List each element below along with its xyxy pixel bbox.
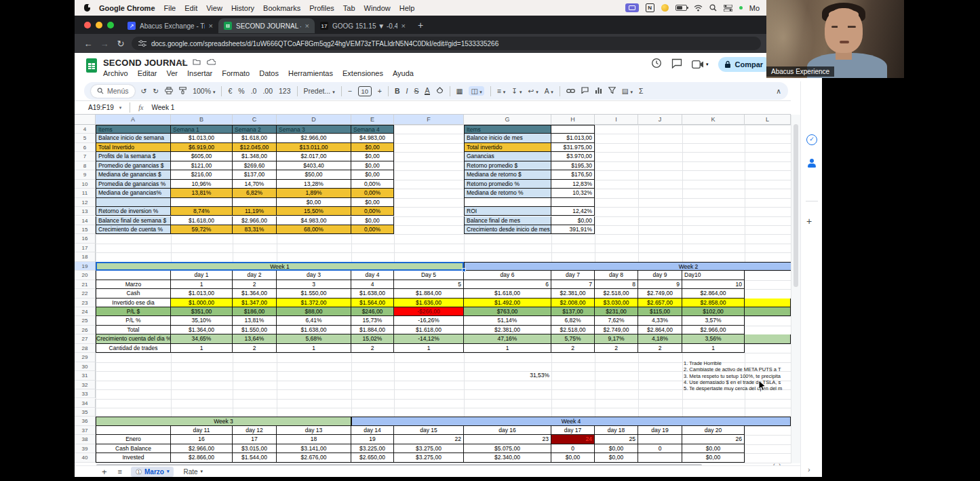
cell-B8[interactable]: $121,00 xyxy=(171,161,233,170)
tab-tradingview[interactable]: 17 GOOG 151.15 ▼ -0.41% Sin × xyxy=(315,18,411,33)
cell-A7[interactable]: Profits de la semana $ xyxy=(96,152,171,161)
cell-F22[interactable]: $1.884,00 xyxy=(394,289,464,298)
cell-A26[interactable]: Total xyxy=(96,326,171,334)
cell-J38[interactable] xyxy=(638,435,682,444)
cell-A22[interactable]: Cash xyxy=(96,289,171,298)
name-box-caret-icon[interactable]: ▾ xyxy=(119,105,122,111)
cell-B4[interactable]: Semana 1 xyxy=(171,125,233,134)
cell-H7[interactable]: $3.970,00 xyxy=(551,152,595,161)
status-dot-icon[interactable] xyxy=(661,4,669,12)
cell-D24[interactable]: $88,00 xyxy=(277,307,351,316)
cell-A20[interactable] xyxy=(96,271,171,280)
cell-G37[interactable]: day 16 xyxy=(464,426,551,435)
row-header-17[interactable]: 17 xyxy=(75,244,96,252)
cell-C40[interactable]: $1.544,00 xyxy=(233,453,277,462)
cell-J22[interactable]: $2.749,00 xyxy=(638,289,682,298)
zoom-select[interactable]: 100% ▾ xyxy=(193,87,215,95)
cell-D37[interactable]: day 13 xyxy=(277,426,351,435)
banner-week4[interactable]: Week 4 xyxy=(351,417,791,425)
cell-E22[interactable]: $1.638,00 xyxy=(351,289,394,298)
cell-D9[interactable]: $50,00 xyxy=(277,170,351,179)
column-header-C[interactable]: C xyxy=(233,115,277,125)
cell-A37[interactable] xyxy=(96,426,171,435)
cell-C4[interactable]: Semana 2 xyxy=(233,125,277,134)
row-header-5[interactable]: 5 xyxy=(75,134,96,142)
cell-H37[interactable]: day 17 xyxy=(551,426,595,435)
cell-B9[interactable]: $216,00 xyxy=(171,170,233,179)
cell-L24[interactable] xyxy=(745,307,791,316)
cell-A27[interactable]: Crecimiento cuenta del dia % xyxy=(96,334,171,343)
cell-I21[interactable]: 8 xyxy=(595,280,638,289)
cell-H22[interactable]: $2.381,00 xyxy=(551,289,595,298)
cell-I23[interactable]: $3.030,00 xyxy=(595,299,638,307)
cell-J25[interactable]: 4,33% xyxy=(638,316,682,325)
cell-G21[interactable]: 6 xyxy=(464,280,551,289)
cell-H39[interactable]: 0 xyxy=(551,444,595,453)
cell-E27[interactable]: 15,02% xyxy=(351,334,394,343)
column-header-B[interactable]: B xyxy=(171,115,233,125)
tasks-icon[interactable]: ✓ xyxy=(806,134,817,145)
row-header-32[interactable]: 32 xyxy=(75,381,96,389)
cell-C26[interactable]: $1.550,00 xyxy=(233,326,277,334)
menu-datos[interactable]: Datos xyxy=(259,69,279,77)
row-header-37[interactable]: 37 xyxy=(75,426,96,435)
spreadsheet-grid[interactable]: ABCDEFGHIJKL4567891011121314151617181920… xyxy=(75,115,791,463)
meet-camera-icon[interactable]: ▾ xyxy=(692,60,709,69)
menu-ver[interactable]: Ver xyxy=(166,69,178,77)
horizontal-align-icon[interactable]: ≡ ▾ xyxy=(497,87,506,95)
row-header-10[interactable]: 10 xyxy=(75,180,96,189)
cell-B37[interactable]: day 11 xyxy=(171,426,233,435)
cell-I25[interactable]: 7,62% xyxy=(595,316,638,325)
percent-format-icon[interactable]: % xyxy=(238,87,244,95)
cell-B15[interactable]: 59,72% xyxy=(171,225,233,234)
column-header-K[interactable]: K xyxy=(682,115,745,125)
cell-H24[interactable]: $137,00 xyxy=(551,307,595,316)
menubar-item-window[interactable]: Window xyxy=(364,4,391,12)
cell-B25[interactable]: 35,10% xyxy=(171,316,233,325)
cell-G27[interactable]: 47,16% xyxy=(464,334,551,343)
window-controls[interactable] xyxy=(75,22,122,28)
menu-editar[interactable]: Editar xyxy=(138,69,157,77)
address-bar[interactable]: docs.google.com/spreadsheets/d/1uW666QTC… xyxy=(132,37,761,50)
cell-G8[interactable]: Retorno promedio $ xyxy=(464,161,551,170)
cell-G4[interactable]: Items xyxy=(464,125,551,134)
cell-I40[interactable]: $0,00 xyxy=(595,453,638,462)
close-window-button[interactable] xyxy=(84,22,91,28)
cell-C9[interactable]: $137,00 xyxy=(233,170,277,179)
maximize-window-button[interactable] xyxy=(107,22,114,28)
banner-week3[interactable]: Week 3 xyxy=(96,417,351,425)
cell-C25[interactable]: 13,81% xyxy=(233,316,277,325)
cell-E4[interactable]: Semana 4 xyxy=(351,125,394,134)
cell-K27[interactable]: 3,56% xyxy=(682,334,745,343)
row-header-36[interactable]: 36 xyxy=(75,417,96,425)
cell-A24[interactable]: P/L $ xyxy=(96,307,171,316)
cell-K26[interactable]: $2.966,00 xyxy=(682,326,745,334)
column-header-D[interactable]: D xyxy=(277,115,351,125)
cell-C38[interactable]: 17 xyxy=(233,435,277,444)
cell-H20[interactable]: day 7 xyxy=(551,271,595,280)
menu-archivo[interactable]: Archivo xyxy=(103,69,128,77)
text-wrap-icon[interactable]: ↩ ▾ xyxy=(528,87,538,95)
row-header-33[interactable]: 33 xyxy=(75,389,96,398)
close-tab-icon[interactable]: × xyxy=(401,22,406,30)
font-size-input[interactable]: 10 xyxy=(358,86,372,96)
cell-L27[interactable] xyxy=(745,334,791,343)
cell-D5[interactable]: $2.966,00 xyxy=(277,134,351,142)
cell-G13[interactable]: ROI xyxy=(464,207,551,216)
cell-E37[interactable]: day 14 xyxy=(351,426,394,435)
row-header-9[interactable]: 9 xyxy=(75,170,96,179)
cell-H9[interactable]: $176,50 xyxy=(551,170,595,179)
cell-E38[interactable]: 19 xyxy=(351,435,394,444)
cell-K24[interactable]: $102,00 xyxy=(682,307,745,316)
sheet-tab-rate[interactable]: Rate ▾ xyxy=(183,468,203,476)
cell-G9[interactable]: Mediana de retorno $ xyxy=(464,170,551,179)
name-box[interactable]: A19:F19 xyxy=(88,104,114,111)
cell-G25[interactable]: 51,14% xyxy=(464,316,551,325)
cell-D25[interactable]: 6,41% xyxy=(277,316,351,325)
cell-D39[interactable]: $3.141,00 xyxy=(277,444,351,453)
cell-G11[interactable]: Mediana de retorno % xyxy=(464,189,551,197)
column-header-J[interactable]: J xyxy=(638,115,682,125)
row-header-8[interactable]: 8 xyxy=(75,161,96,170)
cell-A10[interactable]: Promedia de ganancias % xyxy=(96,180,171,189)
row-header-7[interactable]: 7 xyxy=(75,152,96,161)
